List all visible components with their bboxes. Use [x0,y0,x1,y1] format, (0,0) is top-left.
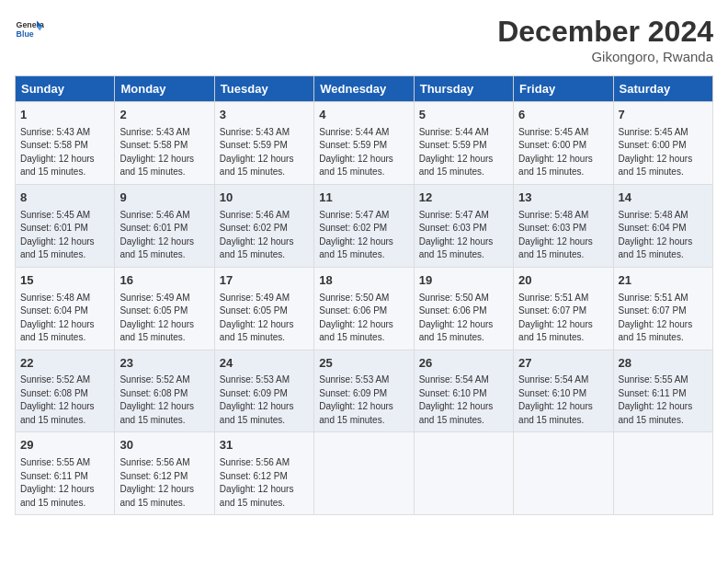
day-content: Sunrise: 5:50 AM Sunset: 6:06 PM Dayligh… [419,292,508,345]
day-cell-8: 8Sunrise: 5:45 AM Sunset: 6:01 PM Daylig… [16,184,115,267]
day-number: 5 [419,107,508,124]
day-content: Sunrise: 5:53 AM Sunset: 6:09 PM Dayligh… [319,373,408,427]
day-cell-11: 11Sunrise: 5:47 AM Sunset: 6:02 PM Dayli… [314,184,414,267]
col-header-thursday: Thursday [414,76,513,102]
day-number: 17 [220,272,309,290]
day-cell-21: 21Sunrise: 5:51 AM Sunset: 6:07 PM Dayli… [613,267,712,350]
day-number: 1 [20,107,109,124]
week-row-1: 1Sunrise: 5:43 AM Sunset: 5:58 PM Daylig… [16,102,713,185]
day-cell-26: 26Sunrise: 5:54 AM Sunset: 6:10 PM Dayli… [414,350,513,432]
day-content: Sunrise: 5:48 AM Sunset: 6:04 PM Dayligh… [619,209,708,262]
day-content: Sunrise: 5:46 AM Sunset: 6:01 PM Dayligh… [119,209,209,262]
day-content: Sunrise: 5:52 AM Sunset: 6:08 PM Dayligh… [119,373,209,427]
day-number: 19 [419,272,508,290]
location: Gikongoro, Rwanda [497,49,713,64]
day-cell-25: 25Sunrise: 5:53 AM Sunset: 6:09 PM Dayli… [314,350,414,432]
day-content: Sunrise: 5:44 AM Sunset: 5:59 PM Dayligh… [319,126,408,179]
day-number: 8 [20,190,109,207]
day-cell-12: 12Sunrise: 5:47 AM Sunset: 6:03 PM Dayli… [414,184,513,267]
day-cell-7: 7Sunrise: 5:45 AM Sunset: 6:00 PM Daylig… [613,102,712,185]
day-content: Sunrise: 5:51 AM Sunset: 6:07 PM Dayligh… [518,292,608,345]
col-header-saturday: Saturday [613,76,712,102]
day-content: Sunrise: 5:43 AM Sunset: 5:58 PM Dayligh… [119,126,209,179]
day-number: 24 [220,355,309,373]
day-number: 27 [518,355,608,373]
col-header-wednesday: Wednesday [314,76,414,102]
day-content: Sunrise: 5:43 AM Sunset: 5:59 PM Dayligh… [220,126,309,179]
day-cell-10: 10Sunrise: 5:46 AM Sunset: 6:02 PM Dayli… [214,184,313,267]
day-content: Sunrise: 5:51 AM Sunset: 6:07 PM Dayligh… [619,292,708,345]
day-number: 30 [119,437,209,454]
day-cell-28: 28Sunrise: 5:55 AM Sunset: 6:11 PM Dayli… [613,350,712,432]
day-number: 4 [319,107,408,124]
empty-cell [414,432,513,515]
day-cell-30: 30Sunrise: 5:56 AM Sunset: 6:12 PM Dayli… [115,432,214,515]
empty-cell [314,432,414,515]
month-title: December 2024 [497,15,713,49]
day-number: 2 [119,107,209,124]
day-content: Sunrise: 5:55 AM Sunset: 6:11 PM Dayligh… [20,456,109,510]
day-number: 10 [220,190,309,207]
day-number: 6 [518,107,608,124]
col-header-tuesday: Tuesday [214,76,313,102]
day-cell-17: 17Sunrise: 5:49 AM Sunset: 6:05 PM Dayli… [214,267,313,350]
day-content: Sunrise: 5:48 AM Sunset: 6:04 PM Dayligh… [20,292,109,345]
empty-cell [514,432,613,515]
day-cell-1: 1Sunrise: 5:43 AM Sunset: 5:58 PM Daylig… [16,102,115,185]
title-block: December 2024 Gikongoro, Rwanda [497,15,713,64]
empty-cell [613,432,712,515]
day-cell-15: 15Sunrise: 5:48 AM Sunset: 6:04 PM Dayli… [16,267,115,350]
day-number: 25 [319,355,408,373]
day-content: Sunrise: 5:49 AM Sunset: 6:05 PM Dayligh… [119,292,209,345]
day-content: Sunrise: 5:55 AM Sunset: 6:11 PM Dayligh… [619,373,708,427]
day-content: Sunrise: 5:49 AM Sunset: 6:05 PM Dayligh… [220,292,309,345]
day-number: 15 [20,272,109,290]
day-cell-3: 3Sunrise: 5:43 AM Sunset: 5:59 PM Daylig… [214,102,313,185]
day-content: Sunrise: 5:47 AM Sunset: 6:03 PM Dayligh… [419,209,508,262]
day-cell-6: 6Sunrise: 5:45 AM Sunset: 6:00 PM Daylig… [514,102,613,185]
day-cell-14: 14Sunrise: 5:48 AM Sunset: 6:04 PM Dayli… [613,184,712,267]
day-cell-24: 24Sunrise: 5:53 AM Sunset: 6:09 PM Dayli… [214,350,313,432]
day-cell-18: 18Sunrise: 5:50 AM Sunset: 6:06 PM Dayli… [314,267,414,350]
day-number: 9 [119,190,209,207]
svg-text:Blue: Blue [17,29,34,39]
week-row-4: 22Sunrise: 5:52 AM Sunset: 6:08 PM Dayli… [16,350,713,432]
day-content: Sunrise: 5:50 AM Sunset: 6:06 PM Dayligh… [319,292,408,345]
day-content: Sunrise: 5:45 AM Sunset: 6:00 PM Dayligh… [619,126,708,179]
day-content: Sunrise: 5:48 AM Sunset: 6:03 PM Dayligh… [518,209,608,262]
day-number: 3 [220,107,309,124]
logo-icon: General Blue [15,15,44,44]
logo: General Blue [15,15,44,44]
day-number: 7 [619,107,708,124]
week-row-3: 15Sunrise: 5:48 AM Sunset: 6:04 PM Dayli… [16,267,713,350]
day-content: Sunrise: 5:54 AM Sunset: 6:10 PM Dayligh… [419,373,508,427]
day-number: 18 [319,272,408,290]
day-cell-31: 31Sunrise: 5:56 AM Sunset: 6:12 PM Dayli… [214,432,313,515]
day-number: 22 [20,355,109,373]
day-content: Sunrise: 5:43 AM Sunset: 5:58 PM Dayligh… [20,126,109,179]
week-row-2: 8Sunrise: 5:45 AM Sunset: 6:01 PM Daylig… [16,184,713,267]
col-header-friday: Friday [514,76,613,102]
day-content: Sunrise: 5:44 AM Sunset: 5:59 PM Dayligh… [419,126,508,179]
day-number: 20 [518,272,608,290]
day-number: 29 [20,437,109,454]
day-cell-29: 29Sunrise: 5:55 AM Sunset: 6:11 PM Dayli… [16,432,115,515]
col-header-monday: Monday [115,76,214,102]
day-cell-9: 9Sunrise: 5:46 AM Sunset: 6:01 PM Daylig… [115,184,214,267]
day-number: 26 [419,355,508,373]
day-number: 28 [619,355,708,373]
day-number: 11 [319,190,408,207]
day-content: Sunrise: 5:45 AM Sunset: 6:01 PM Dayligh… [20,209,109,262]
day-number: 23 [119,355,209,373]
day-number: 21 [619,272,708,290]
day-number: 31 [220,437,309,454]
day-number: 12 [419,190,508,207]
day-content: Sunrise: 5:54 AM Sunset: 6:10 PM Dayligh… [518,373,608,427]
day-content: Sunrise: 5:56 AM Sunset: 6:12 PM Dayligh… [220,456,309,510]
page-header: General Blue December 2024 Gikongoro, Rw… [15,15,713,64]
day-cell-22: 22Sunrise: 5:52 AM Sunset: 6:08 PM Dayli… [16,350,115,432]
day-cell-4: 4Sunrise: 5:44 AM Sunset: 5:59 PM Daylig… [314,102,414,185]
day-cell-16: 16Sunrise: 5:49 AM Sunset: 6:05 PM Dayli… [115,267,214,350]
day-cell-2: 2Sunrise: 5:43 AM Sunset: 5:58 PM Daylig… [115,102,214,185]
day-cell-13: 13Sunrise: 5:48 AM Sunset: 6:03 PM Dayli… [514,184,613,267]
